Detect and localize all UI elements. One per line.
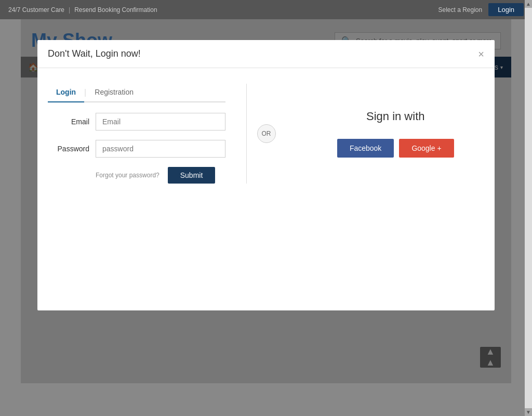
login-form-side: Login | Registration Email [48, 84, 247, 184]
email-field[interactable] [96, 113, 225, 131]
email-row: Email [48, 113, 225, 131]
scrollbar-right: ▲ ▼ [525, 0, 532, 416]
modal-header: Don't Wait, Login now! × [37, 40, 495, 68]
separator: | [69, 6, 70, 14]
password-field[interactable] [96, 140, 225, 158]
top-bar-left: 24/7 Customer Care | Resend Booking Conf… [8, 6, 157, 14]
form-tabs: Login | Registration [48, 84, 225, 102]
password-row: Password [48, 140, 225, 158]
modal-overlay: Don't Wait, Login now! × Login | [21, 19, 511, 383]
or-divider: OR [247, 84, 286, 184]
resend-booking-link[interactable]: Resend Booking Confirmation [74, 6, 157, 14]
email-label: Email [48, 118, 89, 126]
modal-close-button[interactable]: × [478, 49, 484, 59]
form-actions: Forgot your password? Submit [96, 167, 225, 184]
social-login-side: Sign in with Facebook Google + [286, 84, 485, 184]
facebook-login-button[interactable]: Facebook [337, 139, 394, 158]
select-region[interactable]: Select a Region [438, 6, 482, 14]
submit-button[interactable]: Submit [168, 167, 216, 184]
google-login-button[interactable]: Google + [399, 139, 454, 158]
tab-registration[interactable]: Registration [86, 84, 142, 102]
top-login-button[interactable]: Login [488, 3, 524, 16]
scroll-down-arrow[interactable]: ▼ [525, 408, 532, 416]
forgot-password-link[interactable]: Forgot your password? [96, 172, 159, 179]
modal-body: Login | Registration Email [37, 68, 495, 199]
social-buttons: Facebook Google + [337, 139, 454, 158]
customer-care-link[interactable]: 24/7 Customer Care [8, 6, 64, 14]
scroll-up-arrow[interactable]: ▲ [525, 0, 532, 8]
login-modal: Don't Wait, Login now! × Login | [37, 40, 495, 310]
password-label: Password [48, 145, 89, 153]
main-container: My Show 🔍 🏠 Home Movies ▾ Events ▾ Plays [21, 19, 511, 383]
or-circle: OR [257, 124, 276, 143]
tab-login[interactable]: Login [48, 84, 84, 102]
sign-in-title: Sign in with [366, 110, 425, 123]
top-bar-right: Select a Region Login [438, 3, 524, 16]
modal-title: Don't Wait, Login now! [48, 48, 141, 59]
top-bar: 24/7 Customer Care | Resend Booking Conf… [0, 0, 532, 19]
